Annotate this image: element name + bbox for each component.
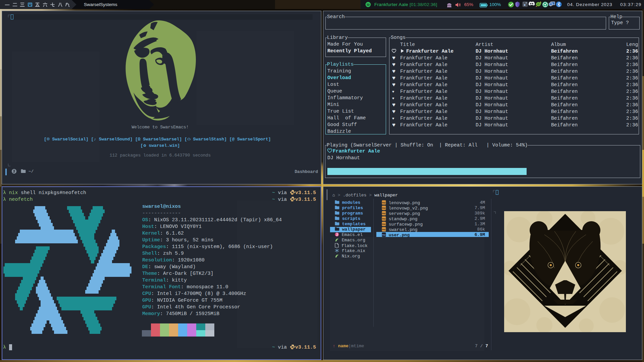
svg-text:PNG: PNG [382, 218, 386, 220]
svg-text:PNG: PNG [382, 229, 386, 231]
svg-text:PNG: PNG [382, 223, 386, 225]
svg-text:PNG: PNG [382, 234, 386, 236]
svg-text:PNG: PNG [382, 213, 386, 215]
svg-text:PNG: PNG [382, 202, 386, 204]
svg-text:PNG: PNG [382, 207, 386, 209]
